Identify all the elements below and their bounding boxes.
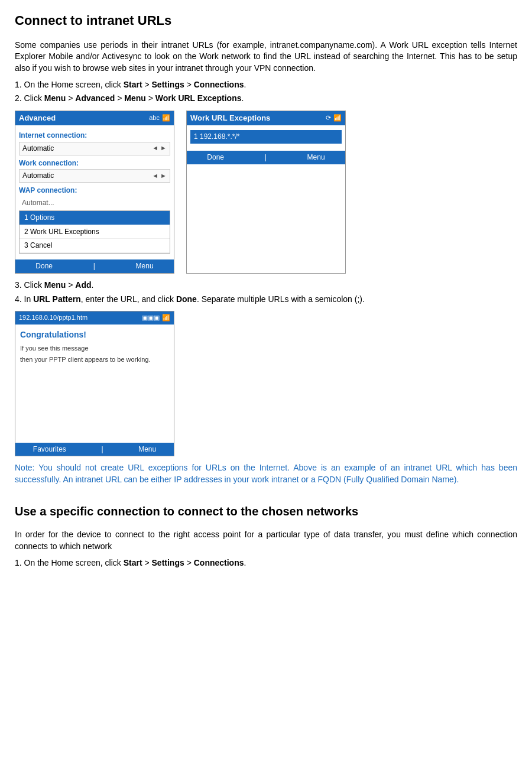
- step1-end: .: [244, 80, 246, 89]
- screen1-footer-menu: Menu: [136, 261, 154, 271]
- screen1-footer-done: Done: [35, 261, 53, 271]
- screen1-body: Internet connection: Automatic ◄ ► Work …: [15, 125, 174, 257]
- screen1-icons: abc 📶: [149, 113, 170, 122]
- screen3-footer-menu: Menu: [138, 444, 156, 455]
- screen1-internet-input: Automatic ◄ ►: [19, 142, 170, 155]
- step2-sep1: >: [66, 93, 75, 103]
- step2-end: .: [242, 93, 244, 103]
- intro-paragraph: Some companies use periods in their intr…: [15, 40, 517, 74]
- screenshots-row: Advanced abc 📶 Internet connection: Auto…: [15, 111, 517, 274]
- step-1: 1. On the Home screen, click Start > Set…: [15, 79, 517, 91]
- screen1-footer: Done | Menu: [15, 259, 174, 273]
- screen3-connection-icon: ▣▣▣: [142, 313, 160, 322]
- section2-intro: In order for the device to connect to th…: [15, 529, 517, 552]
- step4-bold2: Done: [176, 294, 197, 304]
- screen2-title: Work URL Exceptions: [190, 113, 270, 124]
- screen2-footer: Done | Menu: [187, 151, 345, 164]
- screen1-title: Advanced: [19, 113, 56, 124]
- step2-bold1: Menu: [44, 93, 66, 103]
- screen1-work-input: Automatic ◄ ►: [19, 169, 170, 183]
- congrats-line1: If you see this message: [20, 344, 169, 353]
- screen1-advanced: Advanced abc 📶 Internet connection: Auto…: [15, 111, 174, 274]
- step2-bold2: Advanced: [75, 93, 115, 103]
- screen3-footer: Favourites | Menu: [15, 443, 174, 456]
- screen2-work-url: Work URL Exceptions ⟳ 📶 1 192.168.*.*/* …: [186, 111, 346, 274]
- screen1-signal: 📶: [162, 113, 170, 122]
- congratulations-section: 192.168.0.10/pptp1.htm ▣▣▣ 📶 Congratulat…: [15, 311, 517, 456]
- s2-step1-bold3: Connections: [194, 558, 244, 567]
- step1-bold1: Start: [124, 80, 142, 89]
- step1-sep2: >: [184, 80, 194, 89]
- dropdown-item-1: 1 Options: [20, 211, 170, 225]
- step2-bold4: Work URL Exceptions: [155, 93, 242, 103]
- congrats-title: Congratulations!: [20, 329, 169, 341]
- step3-bold2: Add: [75, 280, 91, 290]
- step1-sep1: >: [142, 80, 152, 89]
- page-title-1: Connect to intranet URLs: [15, 12, 517, 30]
- step2-text: 2. Click: [15, 93, 44, 103]
- screen1-wap-partial: Automat...: [19, 197, 170, 209]
- dropdown-item-2: 2 Work URL Exceptions: [20, 225, 170, 239]
- step2-sep2: >: [115, 93, 124, 103]
- s2-step1-bold1: Start: [124, 558, 142, 567]
- screen2-footer-done: Done: [207, 152, 224, 163]
- screen1-header: Advanced abc 📶: [15, 111, 174, 125]
- step-3: 3. Click Menu > Add.: [15, 280, 517, 291]
- step-2: 2. Click Menu > Advanced > Menu > Work U…: [15, 93, 517, 105]
- screen3-header: 192.168.0.10/pptp1.htm ▣▣▣ 📶: [15, 311, 174, 324]
- step2-bold3: Menu: [124, 93, 146, 103]
- screen2-footer-sep: |: [265, 152, 267, 163]
- note-paragraph: Note: You should not create URL exceptio…: [15, 462, 517, 485]
- screen1-work-arrows: ◄ ►: [152, 171, 167, 180]
- screen3-footer-sep: |: [101, 444, 103, 455]
- screen1-footer-sep: |: [93, 261, 95, 271]
- screen2-footer-menu: Menu: [307, 152, 325, 163]
- screen3-body: Congratulations! If you see this message…: [15, 325, 174, 443]
- s2-step1-end: .: [244, 558, 246, 567]
- step1-text: 1. On the Home screen, click: [15, 80, 124, 89]
- screen1-internet-label: Internet connection:: [19, 131, 170, 141]
- s2-step1-text: 1. On the Home screen, click: [15, 558, 124, 567]
- page-title-2: Use a specific connection to connect to …: [15, 503, 517, 520]
- screen3-footer-fav: Favourites: [33, 444, 66, 455]
- s2-step1-sep1: >: [142, 558, 152, 567]
- screen2-refresh-icon: ⟳: [326, 113, 331, 122]
- screen3-url: 192.168.0.10/pptp1.htm: [19, 313, 87, 322]
- screen3-signal-icon: 📶: [162, 313, 170, 322]
- s2-step1-sep2: >: [184, 558, 194, 567]
- step1-bold3: Connections: [194, 80, 244, 89]
- step4-mid: , enter the URL, and click: [81, 294, 176, 304]
- step4-bold1: URL Pattern: [33, 294, 81, 304]
- step3-text: 3. Click: [15, 280, 44, 290]
- screen3-icons: ▣▣▣ 📶: [142, 313, 170, 322]
- step3-bold1: Menu: [44, 280, 66, 290]
- screen1-abc: abc: [149, 113, 160, 122]
- screen2-signal: 📶: [333, 113, 342, 122]
- step-4: 4. In URL Pattern, enter the URL, and cl…: [15, 294, 517, 306]
- s2-step1-bold2: Settings: [152, 558, 184, 567]
- section2-step1: 1. On the Home screen, click Start > Set…: [15, 557, 517, 569]
- url-list-item: 1 192.168.*.*/*: [190, 130, 342, 144]
- screen1-internet-arrows: ◄ ►: [152, 144, 167, 152]
- screen2-icons: ⟳ 📶: [326, 113, 342, 122]
- step4-start: 4. In: [15, 294, 33, 304]
- step3-sep1: >: [66, 280, 75, 290]
- congrats-line2: then your PPTP client appears to be work…: [20, 355, 169, 364]
- dropdown-item-3: 3 Cancel: [20, 239, 170, 253]
- screen1-work-label: Work connection:: [19, 158, 170, 168]
- screen2-header: Work URL Exceptions ⟳ 📶: [187, 111, 345, 125]
- step2-sep3: >: [146, 93, 155, 103]
- screen3-congrats: 192.168.0.10/pptp1.htm ▣▣▣ 📶 Congratulat…: [15, 311, 174, 456]
- step1-bold2: Settings: [152, 80, 184, 89]
- step3-end: .: [92, 280, 94, 290]
- step4-end: . Separate multiple URLs with a semicolo…: [197, 294, 365, 304]
- screen2-body: 1 192.168.*.*/*: [187, 125, 345, 148]
- screen1-dropdown: 1 Options 2 Work URL Exceptions 3 Cancel: [19, 210, 170, 254]
- screen1-wap-label: WAP connection:: [19, 186, 170, 196]
